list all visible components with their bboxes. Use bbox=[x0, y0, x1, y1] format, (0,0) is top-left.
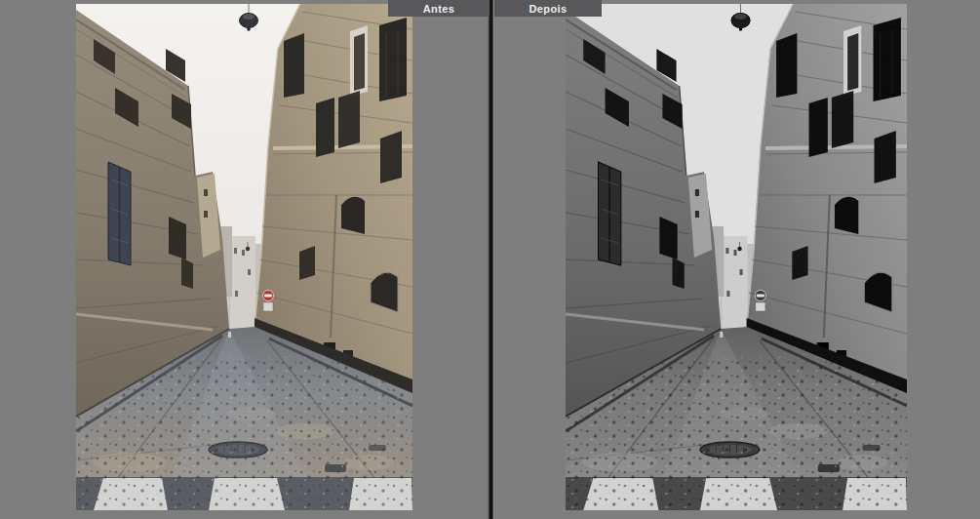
after-photo[interactable] bbox=[566, 4, 907, 510]
before-label-bar: Antes bbox=[388, 0, 490, 17]
right-building bbox=[255, 4, 412, 393]
street-photo-illustration-bw bbox=[566, 4, 907, 510]
comparison-divider bbox=[488, 0, 494, 519]
after-label: Depois bbox=[529, 3, 567, 15]
before-label: Antes bbox=[423, 3, 455, 15]
street-photo-illustration bbox=[76, 4, 412, 510]
before-photo[interactable] bbox=[76, 4, 412, 510]
iron-balcony bbox=[338, 91, 360, 148]
after-label-bar: Depois bbox=[494, 0, 602, 17]
iron-balcony bbox=[379, 18, 407, 101]
before-after-comparison: Antes Depois bbox=[0, 0, 980, 519]
